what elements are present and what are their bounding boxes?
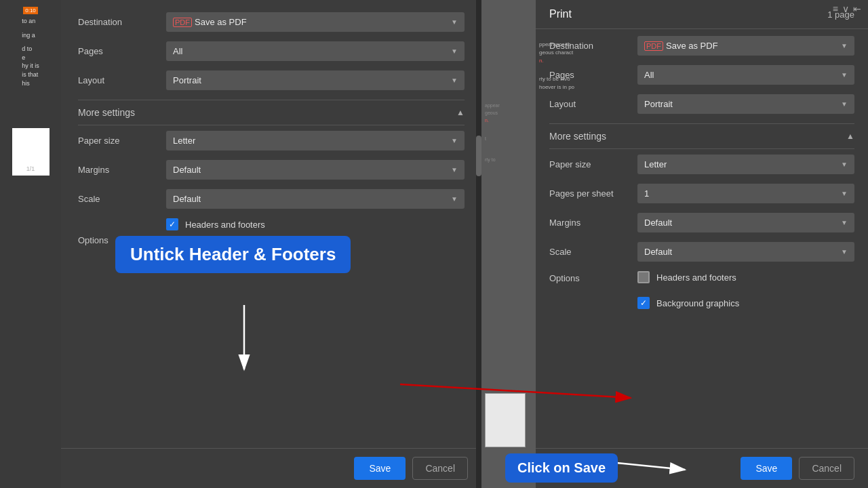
r-margins-row: Margins Default ▼ [549,213,854,232]
chevron-down-icon: ▼ [841,71,848,79]
chevron-down-icon: ▼ [451,195,458,203]
pages-value: All [173,46,182,56]
r-destination-row: Destination PDF Save as PDF ▼ [549,36,854,56]
r-paper-size-select[interactable]: Letter ▼ [637,155,854,174]
pages-select[interactable]: All ▼ [166,41,465,61]
chevron-down-icon: ▼ [451,137,458,144]
r-layout-row: Layout Portrait ▼ [549,94,854,114]
layout-row: Layout Portrait ▼ [78,70,465,90]
left-dialog-footer: Save Cancel [61,448,481,488]
r-pps-select[interactable]: 1 ▼ [637,184,854,203]
r-scale-row: Scale Default ▼ [549,242,854,262]
scale-label: Scale [78,194,166,204]
paper-size-row: Paper size Letter ▼ [78,131,465,150]
scale-select[interactable]: Default ▼ [166,189,465,209]
pdf-value: PDF Save as PDF [173,17,247,27]
chevron-down-icon: ▼ [841,100,848,108]
r-background-graphics-row[interactable]: ✓ Background graphics [637,297,739,309]
r-scale-label: Scale [549,247,637,257]
right-form: Destination PDF Save as PDF ▼ Pages All … [536,29,868,448]
scale-value: Default [173,194,201,204]
headers-footers-label: Headers and footers [185,220,265,230]
sidebar-badge: 0:10 [23,7,38,14]
margins-label: Margins [78,165,166,175]
pages-label: Pages [78,46,166,56]
r-margins-label: Margins [549,218,637,228]
doc-thumbnail [485,393,526,447]
r-headers-footers-label: Headers and footers [656,272,736,283]
r-options-section: Options Headers and footers ✓ Background… [549,271,854,316]
print-dialog-right: Print 1 page Destination PDF Save as PDF… [536,0,868,488]
r-pdf-icon: PDF [644,41,663,51]
mini-page: 1/1 [12,128,50,176]
chevron-down-icon: ▼ [841,248,848,256]
scrollbar[interactable] [476,0,481,488]
r-more-settings-row[interactable]: More settings ▲ [549,123,854,149]
more-settings-label: More settings [78,107,135,118]
scale-row: Scale Default ▼ [78,189,465,209]
chevron-down-icon: ▼ [451,77,458,84]
outdent-icon: ⇤ [853,3,861,14]
paper-size-label: Paper size [78,136,166,146]
r-background-graphics-label: Background graphics [656,298,739,308]
cancel-button[interactable]: Cancel [412,457,468,480]
r-pages-label: Pages [549,70,637,80]
paper-size-select[interactable]: Letter ▼ [166,131,465,150]
nav-icons: ≡ ∨ ⇤ [833,3,861,14]
layout-label: Layout [78,75,166,85]
margins-select[interactable]: Default ▼ [166,160,465,180]
r-pps-row: Pages per sheet 1 ▼ [549,184,854,203]
chevron-down-icon: ▼ [451,18,458,26]
r-pages-value: All [644,70,654,80]
destination-row: Destination PDF Save as PDF ▼ [78,12,465,32]
r-paper-size-row: Paper size Letter ▼ [549,155,854,174]
pages-row: Pages All ▼ [78,41,465,61]
headers-footers-row[interactable]: ✓ Headers and footers [166,218,268,230]
r-destination-label: Destination [549,41,637,51]
sidebar-text: to an ing a d to e hy it is is that his [22,17,39,87]
r-pdf-value: PDF Save as PDF [644,41,718,51]
layout-value: Portrait [173,75,201,85]
r-pages-select[interactable]: All ▼ [637,65,854,85]
r-margins-value: Default [644,218,672,228]
right-dialog-header: Print 1 page [536,0,868,29]
paper-size-value: Letter [173,136,195,146]
chevron-up-icon: ▲ [846,131,854,141]
r-save-button[interactable]: Save [741,457,792,480]
r-options-label: Options [549,271,637,283]
document-preview-area: appear geous n. t rty to [481,0,536,488]
r-paper-size-value: Letter [644,159,667,169]
doc-text-preview: appear geous n. t rty to [485,102,532,163]
r-margins-select[interactable]: Default ▼ [637,213,854,232]
r-headers-footers-row[interactable]: Headers and footers [637,271,739,283]
r-cancel-button[interactable]: Cancel [799,457,854,480]
chevron-down-icon: ▼ [841,190,848,197]
r-background-graphics-checkbox[interactable]: ✓ [637,297,650,309]
scroll-thumb [476,136,481,176]
list-icon: ≡ [833,3,838,14]
pdf-icon: PDF [173,18,192,27]
r-pps-label: Pages per sheet [549,188,637,199]
r-destination-select[interactable]: PDF Save as PDF ▼ [637,36,854,56]
chevron-down-icon: ▼ [451,166,458,174]
more-settings-row[interactable]: More settings ▲ [78,100,465,125]
chevron-down-icon: ▼ [841,161,848,168]
destination-label: Destination [78,17,166,27]
left-form: Destination PDF Save as PDF ▼ Pages All … [61,0,481,448]
headers-footers-checkbox[interactable]: ✓ [166,218,178,230]
destination-select[interactable]: PDF Save as PDF ▼ [166,12,465,32]
chevron-up-icon: ▲ [456,108,465,117]
r-headers-footers-checkbox[interactable] [637,271,650,283]
chevron-down-icon: ▼ [451,47,458,55]
r-paper-size-label: Paper size [549,159,637,169]
r-scale-select[interactable]: Default ▼ [637,242,854,262]
r-layout-select[interactable]: Portrait ▼ [637,94,854,114]
r-more-settings-label: More settings [549,131,606,142]
margins-row: Margins Default ▼ [78,160,465,180]
save-button[interactable]: Save [354,457,406,480]
document-sidebar: 0:10 to an ing a d to e hy it is is that… [0,0,61,488]
r-pps-value: 1 [644,188,649,199]
layout-select[interactable]: Portrait ▼ [166,70,465,90]
untick-callout: Untick Header & Footers [115,236,351,273]
chevron-down-icon: ▼ [841,219,848,226]
